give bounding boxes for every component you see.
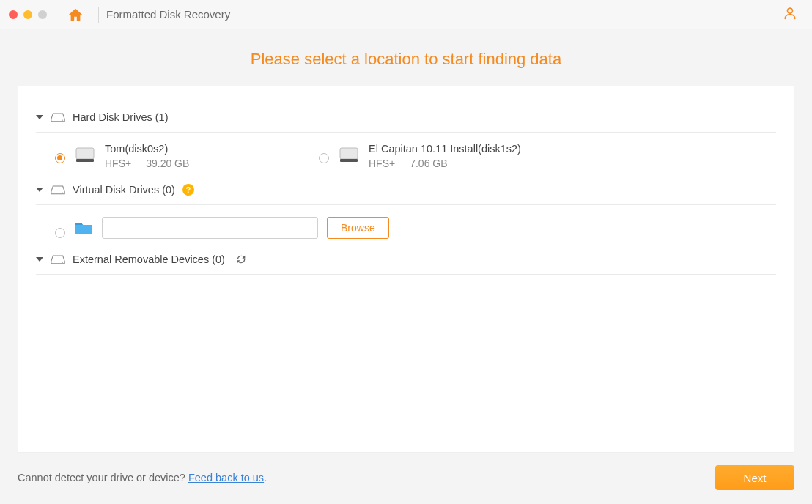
section-virtual-title: Virtual Disk Drives (0) (73, 184, 175, 196)
divider (36, 204, 776, 205)
footer: Cannot detect your drive or device? Feed… (0, 451, 812, 504)
internal-drive-icon (74, 144, 96, 166)
chevron-down-icon (36, 115, 43, 119)
section-virtual-header[interactable]: Virtual Disk Drives (0) ? (36, 179, 776, 200)
refresh-icon[interactable] (235, 253, 247, 265)
close-window-button[interactable] (9, 10, 18, 19)
home-button[interactable] (62, 4, 89, 25)
svg-point-1 (62, 119, 63, 121)
internal-drive-icon (338, 144, 360, 166)
drive-info: Tom(disk0s2) HFS+ 39.20 GB (105, 143, 189, 169)
svg-rect-3 (76, 159, 94, 162)
svg-rect-4 (340, 148, 358, 159)
maximize-window-button[interactable] (38, 10, 47, 19)
svg-point-0 (788, 8, 793, 13)
page-title: Formatted Disk Recovery (106, 8, 230, 21)
location-panel: Hard Disk Drives (1) Tom(disk0s2) HFS+ 3… (18, 86, 794, 453)
drive-size: 39.20 GB (146, 158, 189, 169)
user-icon (783, 6, 797, 21)
divider (36, 274, 776, 275)
divider (36, 132, 776, 133)
section-hdd-header[interactable]: Hard Disk Drives (1) (36, 107, 776, 127)
browse-button[interactable]: Browse (327, 217, 389, 239)
instruction-heading: Please select a location to start findin… (0, 29, 812, 86)
minimize-window-button[interactable] (23, 10, 32, 19)
drive-radio[interactable] (319, 153, 329, 163)
section-hdd-title: Hard Disk Drives (1) (73, 111, 169, 123)
drive-item[interactable]: Tom(disk0s2) HFS+ 39.20 GB (55, 143, 289, 169)
help-icon[interactable]: ? (182, 184, 194, 196)
chevron-down-icon (36, 257, 43, 262)
drive-name: El Capitan 10.11 Install(disk1s2) (369, 143, 521, 155)
section-external-title: External Removable Devices (0) (73, 253, 225, 265)
footer-text: Cannot detect your drive or device? Feed… (18, 472, 267, 483)
footer-prompt: Cannot detect your drive or device? (18, 472, 188, 483)
drive-radio[interactable] (55, 153, 65, 163)
hdd-drive-list: Tom(disk0s2) HFS+ 39.20 GB El Capitan 10… (36, 140, 776, 179)
virtual-path-input[interactable] (102, 217, 318, 239)
drive-name: Tom(disk0s2) (105, 143, 189, 155)
feedback-link[interactable]: Feed back to us (188, 472, 264, 483)
drive-filesystem: HFS+ (369, 158, 395, 169)
separator (98, 7, 99, 23)
virtual-radio[interactable] (55, 228, 65, 238)
hard-drive-icon (51, 184, 65, 196)
chevron-down-icon (36, 188, 43, 192)
user-account-button[interactable] (777, 3, 803, 26)
home-icon (67, 7, 84, 22)
svg-rect-5 (340, 159, 358, 162)
window-controls (9, 10, 47, 19)
next-button[interactable]: Next (715, 465, 794, 490)
folder-icon (74, 220, 93, 236)
svg-rect-2 (76, 148, 94, 159)
hard-drive-icon (51, 111, 65, 123)
footer-period: . (264, 472, 267, 483)
drive-info: El Capitan 10.11 Install(disk1s2) HFS+ 7… (369, 143, 521, 169)
svg-point-7 (62, 262, 63, 263)
svg-point-6 (62, 192, 63, 193)
drive-filesystem: HFS+ (105, 158, 131, 169)
drive-size: 7.06 GB (410, 158, 447, 169)
virtual-path-row: Browse (36, 212, 776, 249)
titlebar: Formatted Disk Recovery (0, 0, 812, 29)
drive-item[interactable]: El Capitan 10.11 Install(disk1s2) HFS+ 7… (319, 143, 553, 169)
hard-drive-icon (51, 253, 65, 265)
section-external-header[interactable]: External Removable Devices (0) (36, 249, 776, 270)
